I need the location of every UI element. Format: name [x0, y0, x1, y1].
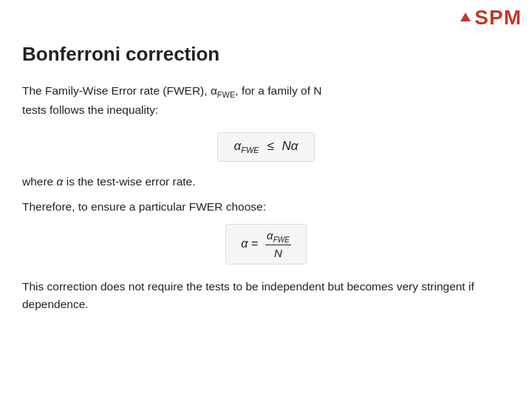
spm-logo-text: SPM [474, 6, 522, 30]
formula1-image: αFWE ≤ Nα [217, 132, 316, 161]
page-title: Bonferroni correction [22, 43, 510, 66]
correction-paragraph: This correction does not require the tes… [22, 278, 510, 313]
page-container: SPM Bonferroni correction The Family-Wis… [0, 0, 532, 399]
formula2-container: α = αFWE N [22, 224, 510, 265]
fraction-denominator: N [274, 245, 282, 259]
where-rest: is the test-wise error rate. [63, 175, 195, 188]
fraction: αFWE N [265, 229, 291, 259]
fraction-numerator: αFWE [265, 229, 291, 245]
intro-line1: The Family-Wise Error rate (FWER), α [22, 84, 217, 97]
intro-line2: , for a family of N [235, 84, 321, 97]
where-paragraph: where α is the test-wise error rate. [22, 175, 510, 188]
spm-arrow-icon [460, 13, 471, 21]
therefore-paragraph: Therefore, to ensure a particular FWER c… [22, 200, 510, 214]
intro-paragraph: The Family-Wise Error rate (FWER), αFWE,… [22, 82, 510, 119]
formula2-image: α = αFWE N [225, 224, 307, 265]
formula1-container: αFWE ≤ Nα [22, 132, 510, 161]
where-label: where [22, 175, 57, 188]
intro-line3: tests follows the inequality: [22, 103, 158, 116]
intro-subscript-fwe: FWE [217, 90, 235, 99]
formula2-lhs: α = [241, 237, 258, 250]
spm-logo: SPM [460, 6, 522, 30]
